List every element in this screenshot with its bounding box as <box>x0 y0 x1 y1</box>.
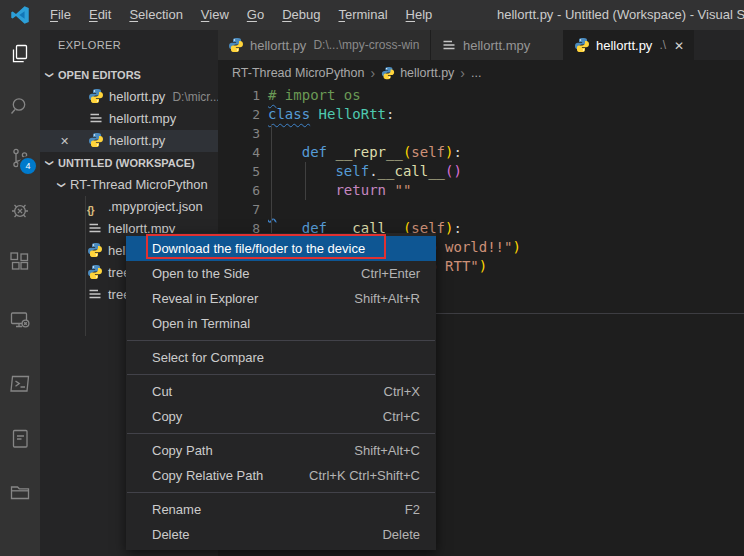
search-icon[interactable] <box>0 82 40 130</box>
python-file-icon <box>87 242 103 258</box>
device-disconnected-icon[interactable] <box>0 296 40 344</box>
python-file-icon <box>87 264 103 280</box>
line-number: 1 <box>218 86 260 105</box>
open-editor-label: hellortt.py <box>109 89 165 104</box>
mpy-file-icon <box>441 37 457 53</box>
chevron-down-icon <box>57 174 69 196</box>
menu-item-label: Select for Compare <box>152 345 264 370</box>
source-control-icon[interactable]: 4 <box>0 134 40 182</box>
breadcrumb-tail[interactable]: ... <box>471 66 481 80</box>
vscode-logo-icon <box>10 5 30 25</box>
json-file-icon <box>87 199 103 215</box>
context-menu-item-select-for-compare[interactable]: Select for Compare <box>126 345 436 370</box>
open-editor-label: hellortt.py <box>109 133 165 148</box>
code-line <box>268 124 521 143</box>
menu-separator <box>127 340 435 341</box>
context-menu-item-open-in-terminal[interactable]: Open in Terminal <box>126 311 436 336</box>
python-file-icon <box>574 37 590 53</box>
open-editor-label: hellortt.mpy <box>109 111 176 126</box>
line-number: 4 <box>218 143 260 162</box>
python-file-icon <box>228 37 244 53</box>
menu-item-label: Download the file/floder to the device <box>152 236 365 261</box>
menu-separator <box>127 492 435 493</box>
open-editor-item[interactable]: hellortt.pyD:\micr... <box>40 86 218 108</box>
context-menu-item-copy-path[interactable]: Copy PathShift+Alt+C <box>126 438 436 463</box>
open-editor-item[interactable]: hellortt.py <box>40 130 218 152</box>
menu-item-label: Open to the Side <box>152 261 250 286</box>
line-number: 3 <box>218 124 260 143</box>
vscode-window: { "window": { "title": "hellortt.py - Un… <box>0 0 744 556</box>
context-menu-item-download-the-file-floder-to-the-device[interactable]: Download the file/floder to the device <box>126 236 436 261</box>
context-menu-item-delete[interactable]: DeleteDelete <box>126 522 436 547</box>
tab-label: hellortt.mpy <box>463 38 530 53</box>
folder-rt-thread-micropython[interactable]: RT-Thread MicroPython <box>40 174 218 196</box>
open-editor-path: D:\micr... <box>172 90 218 104</box>
open-editor-item[interactable]: hellortt.mpy <box>40 108 218 130</box>
menu-file[interactable]: File <box>41 0 80 30</box>
menu-selection[interactable]: Selection <box>120 0 191 30</box>
chevron-down-icon <box>45 64 57 86</box>
python-file-icon <box>88 132 104 148</box>
extensions-icon[interactable] <box>0 238 40 286</box>
breadcrumb-folder[interactable]: RT-Thread MicroPython <box>232 66 364 80</box>
menu-item-shortcut: Ctrl+Enter <box>361 261 420 286</box>
menu-separator <box>127 433 435 434</box>
menu-item-label: Open in Terminal <box>152 311 250 336</box>
debug-icon[interactable] <box>0 186 40 234</box>
tab-hellortt.py-active[interactable]: hellortt.py.\ <box>564 30 694 60</box>
menu-item-shortcut: Delete <box>382 522 420 547</box>
sidebar-title: EXPLORER <box>58 39 121 51</box>
menu-help[interactable]: Help <box>397 0 442 30</box>
notebook-icon[interactable] <box>0 415 40 463</box>
menu-item-label: Copy <box>152 404 182 429</box>
menu-go[interactable]: Go <box>238 0 273 30</box>
menu-terminal[interactable]: Terminal <box>329 0 396 30</box>
close-icon[interactable] <box>674 38 684 53</box>
line-number: 5 <box>218 162 260 181</box>
context-menu-item-copy[interactable]: CopyCtrl+C <box>126 404 436 429</box>
mpy-file-icon <box>87 286 103 302</box>
context-menu-item-copy-relative-path[interactable]: Copy Relative PathCtrl+K Ctrl+Shift+C <box>126 463 436 488</box>
menu-item-shortcut: Shift+Alt+C <box>354 438 420 463</box>
mpy-file-icon <box>88 110 104 126</box>
context-menu: Download the file/floder to the deviceOp… <box>126 233 436 550</box>
python-file-icon <box>87 264 103 280</box>
code-line <box>268 200 521 219</box>
context-menu-item-open-to-the-side[interactable]: Open to the SideCtrl+Enter <box>126 261 436 286</box>
window-title: hellortt.py - Untitled (Workspace) - Vis… <box>497 0 744 30</box>
code-line: def __repr__(self): <box>268 143 521 162</box>
python-file-icon <box>381 66 395 80</box>
tab-suffix: .\ <box>659 38 666 52</box>
menu-item-label: Rename <box>152 497 201 522</box>
context-menu-item-reveal-in-explorer[interactable]: Reveal in ExplorerShift+Alt+R <box>126 286 436 311</box>
mpy-file-icon <box>88 110 104 126</box>
workspace-header[interactable]: UNTITLED (WORKSPACE) <box>40 152 218 174</box>
menu-item-shortcut: Ctrl+X <box>384 379 420 404</box>
tab-hellortt.py[interactable]: hellortt.pyD:\...\mpy-cross-win <box>218 30 431 60</box>
tree-item--mpyproject-json[interactable]: .mpyproject.json <box>40 196 218 218</box>
code-line: # import os <box>268 86 521 105</box>
menu-debug[interactable]: Debug <box>273 0 329 30</box>
folder-icon[interactable] <box>0 468 40 516</box>
python-file-icon <box>228 37 244 53</box>
breadcrumb-separator-icon <box>460 65 465 81</box>
explorer-icon[interactable] <box>0 30 40 78</box>
menu-separator <box>127 374 435 375</box>
context-menu-item-rename[interactable]: RenameF2 <box>126 497 436 522</box>
mpy-file-icon <box>87 220 103 236</box>
open-editors-header[interactable]: OPEN EDITORS <box>40 64 218 86</box>
terminal-icon[interactable] <box>0 360 40 408</box>
breadcrumb[interactable]: RT-Thread MicroPython hellortt.py ... <box>218 60 744 86</box>
menu-item-label: Reveal in Explorer <box>152 286 258 311</box>
menu-item-shortcut: Ctrl+K Ctrl+Shift+C <box>309 463 420 488</box>
menu-edit[interactable]: Edit <box>80 0 120 30</box>
menu-item-shortcut: F2 <box>405 497 420 522</box>
tab-hellortt.mpy[interactable]: hellortt.mpy <box>431 30 564 60</box>
menu-view[interactable]: View <box>192 0 238 30</box>
breadcrumb-file[interactable]: hellortt.py <box>400 66 454 80</box>
context-menu-item-cut[interactable]: CutCtrl+X <box>126 379 436 404</box>
tab-label: hellortt.py <box>250 38 306 53</box>
tab-label: hellortt.py <box>596 38 652 53</box>
line-number: 2 <box>218 105 260 124</box>
close-icon[interactable] <box>60 130 76 152</box>
